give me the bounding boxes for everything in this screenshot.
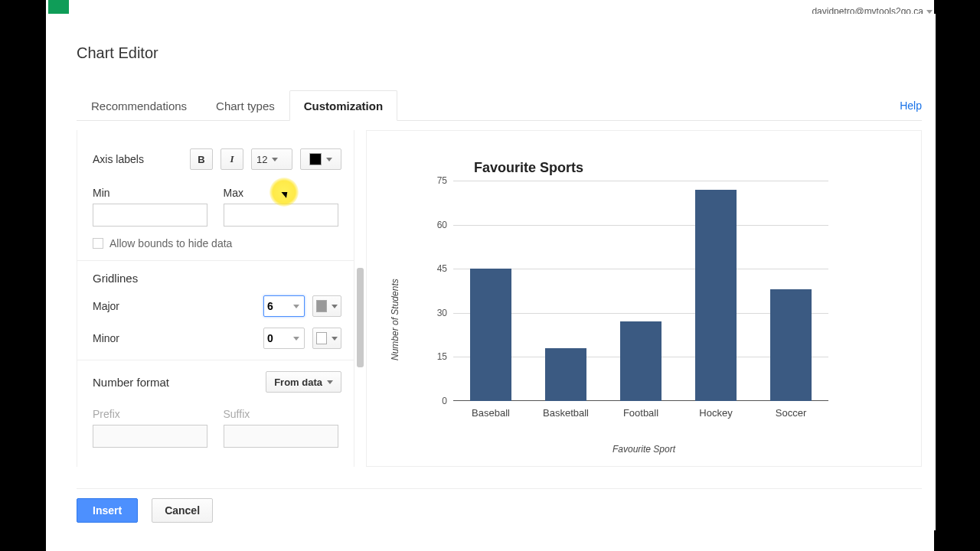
major-gridlines-color[interactable] [312,295,341,317]
chevron-down-icon [332,305,338,308]
bar [695,190,737,401]
allow-bounds-label: Allow bounds to hide data [109,237,232,249]
x-tick-label: Hockey [699,407,732,419]
chevron-down-icon [926,10,933,14]
section-title-number-format: Number format [93,376,266,389]
x-tick-label: Football [623,407,658,419]
minor-gridlines-value[interactable] [264,329,286,347]
help-link[interactable]: Help [900,99,922,112]
app-logo [48,0,69,14]
y-tick-label: 45 [437,263,447,274]
x-tick-label: Soccer [776,407,806,419]
y-tick-label: 75 [437,175,447,186]
color-swatch-icon [316,332,327,344]
section-title-axis-labels: Axis labels [93,153,182,165]
axis-max-input[interactable] [224,204,338,227]
color-swatch-icon [316,300,327,312]
max-label: Max [224,187,342,199]
suffix-input [224,425,338,448]
major-gridlines-value[interactable] [264,297,286,315]
chevron-down-icon [293,337,299,341]
scrollbar-thumb[interactable] [357,268,364,367]
font-size-value: 12 [256,154,267,165]
chevron-down-icon [293,305,299,308]
font-size-dropdown[interactable]: 12 [251,148,292,170]
y-axis-title: Number of Students [390,279,400,360]
x-tick-label: Baseball [472,407,510,419]
axis-labels-section: Axis labels B I 12 Min [77,130,354,261]
customization-scroll-panel: Axis labels B I 12 Min [77,130,354,467]
gridline [453,181,828,181]
gridline [453,225,828,226]
prefix-label: Prefix [93,408,211,420]
y-tick-label: 30 [437,308,447,318]
insert-button[interactable]: Insert [77,498,138,523]
section-title-gridlines: Gridlines [93,272,341,285]
color-swatch-icon [309,153,322,165]
italic-button[interactable]: I [220,148,243,170]
number-format-section: Number format From data Prefix Suffix [77,360,354,458]
dialog-footer: Insert Cancel [77,488,922,523]
major-label: Major [93,300,263,312]
bar [620,321,662,401]
chevron-down-icon [326,158,332,161]
chevron-down-icon [332,337,338,341]
gridlines-section: Gridlines Major Minor [77,261,354,360]
x-tick-label: Basketball [543,407,589,419]
major-gridlines-dropdown[interactable] [263,295,305,317]
tab-recommendations[interactable]: Recommendations [77,90,201,121]
prefix-input [93,425,207,448]
chart-editor-dialog: Chart Editor Recommendations Chart types… [60,14,936,530]
y-tick-label: 60 [437,220,447,230]
chart-preview: Favourite Sports Number of Students Favo… [366,130,922,467]
tab-customization[interactable]: Customization [289,90,397,121]
bar [470,269,511,401]
minor-gridlines-color[interactable] [312,328,341,349]
allow-bounds-checkbox[interactable] [93,238,103,249]
tab-chart-types[interactable]: Chart types [201,90,289,121]
bold-button[interactable]: B [190,148,213,170]
cancel-button[interactable]: Cancel [152,498,213,523]
y-tick-label: 15 [437,351,447,362]
bar [770,289,812,401]
chart-title: Favourite Sports [474,160,583,176]
chevron-down-icon [272,158,278,161]
minor-label: Minor [93,332,263,344]
suffix-label: Suffix [224,408,342,420]
chevron-down-icon [327,380,333,384]
number-format-value: From data [274,377,322,388]
minor-gridlines-dropdown[interactable] [263,328,305,349]
bar [545,348,586,401]
plot-area: 01530456075BaseballBasketballFootballHoc… [453,181,828,401]
font-color-dropdown[interactable] [300,148,341,170]
x-axis-title: Favourite Sport [612,444,675,455]
number-format-dropdown[interactable]: From data [266,371,341,393]
min-label: Min [93,187,211,199]
y-tick-label: 0 [442,396,447,406]
tabs-row: Recommendations Chart types Customizatio… [77,90,922,121]
axis-min-input[interactable] [93,204,207,227]
dialog-title: Chart Editor [77,44,158,62]
